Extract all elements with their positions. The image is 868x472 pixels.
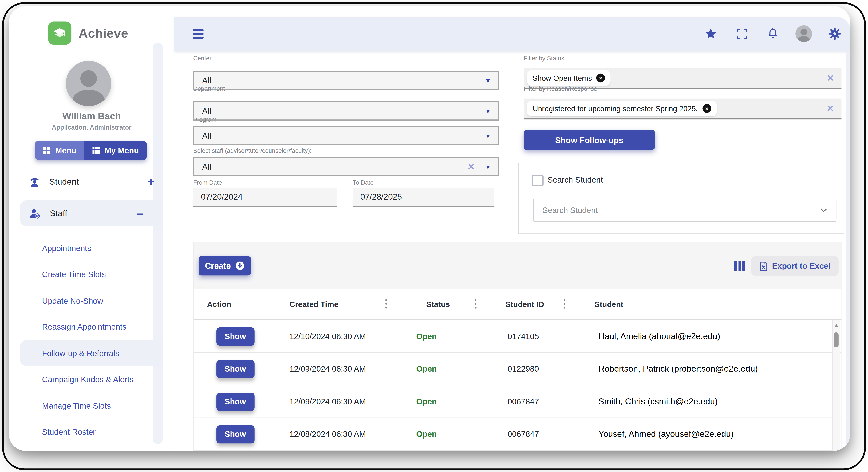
action-cell: Show [194, 418, 277, 450]
sidebar-item-update-no-show[interactable]: Update No-Show [20, 288, 163, 313]
program-select[interactable]: All ▼ [193, 126, 499, 145]
sidebar-item-label: Campaign Kudos & Alerts [42, 375, 134, 384]
show-button[interactable]: Show [216, 425, 254, 443]
table-body: Show12/10/2024 06:30 AMOpen0174105Haul, … [194, 320, 841, 451]
sidebar-item-student-roster[interactable]: Student Roster [20, 419, 163, 445]
column-header-status[interactable]: Status [407, 289, 496, 319]
column-menu-icon[interactable] [385, 303, 387, 305]
column-header-created-time[interactable]: Created Time [277, 289, 407, 319]
export-to-excel-button[interactable]: Export to Excel [751, 256, 838, 276]
table-row: Show12/09/2024 06:30 AMOpen0122980Robert… [194, 353, 841, 385]
sidebar-item-appointments[interactable]: Appointments [20, 235, 163, 261]
reason-chip[interactable]: Unregistered for upcoming semester Sprin… [527, 101, 717, 116]
status-cell: Open [407, 332, 496, 341]
status-chip[interactable]: Show Open Items × [527, 70, 611, 86]
show-button[interactable]: Show [216, 360, 254, 378]
sidebar-group-student[interactable]: Student + [9, 170, 175, 194]
to-date-input[interactable]: 07/28/2025 [352, 188, 494, 207]
center-select[interactable]: All ▼ [193, 71, 499, 90]
clear-x-icon[interactable]: × [468, 160, 474, 173]
sidebar-item-manage-time-slots[interactable]: Manage Time Slots [20, 393, 163, 419]
filter-by-reason-field[interactable]: Unregistered for upcoming semester Sprin… [524, 99, 841, 120]
sidebar-item-follow-up-referrals[interactable]: Follow-up & Referrals [20, 340, 163, 366]
chip-remove-icon[interactable]: × [702, 104, 711, 113]
create-button-label: Create [205, 261, 231, 270]
student-cell: Smith, Chris (csmith@e2e.edu) [585, 397, 841, 406]
sidebar-group-label: Student [49, 177, 79, 187]
column-menu-icon[interactable] [475, 303, 477, 305]
student-id-cell: 0067847 [497, 397, 585, 406]
sidebar-group-staff[interactable]: Staff – [20, 200, 163, 226]
action-cell: Show [194, 353, 277, 385]
status-chip-label: Show Open Items [533, 74, 592, 82]
show-followups-button[interactable]: Show Follow-ups [524, 130, 655, 150]
fullscreen-icon[interactable] [726, 28, 757, 39]
department-label: Department [193, 85, 225, 92]
achieve-logo-icon [48, 22, 71, 45]
scroll-up-arrow-icon[interactable] [834, 324, 839, 327]
student-cell: Haul, Amelia (ahoual@e2e.edu) [585, 331, 841, 341]
followups-table: Create Export to Excel ActionCreated Tim… [193, 242, 842, 451]
search-student-panel: Search Student Search Student [518, 163, 844, 234]
column-chooser-icon[interactable] [734, 261, 745, 271]
export-button-label: Export to Excel [772, 262, 831, 271]
scrollbar-thumb[interactable] [834, 332, 839, 347]
column-header-label: Student ID [505, 300, 544, 308]
sidebar-item-label: Create Time Slots [42, 270, 106, 279]
menu-button[interactable]: Menu [35, 141, 84, 160]
table-scrollbar[interactable] [832, 320, 840, 451]
hamburger-menu-icon[interactable] [193, 29, 204, 39]
content-scroll-gutter[interactable] [846, 52, 850, 451]
sidebar-group-label: Staff [50, 208, 67, 218]
notifications-bell-icon[interactable] [757, 28, 788, 40]
app-window: Achieve William Bach Application, Admini… [9, 6, 850, 451]
status-cell: Open [407, 430, 496, 439]
staff-select[interactable]: All × ▼ [193, 157, 499, 176]
expand-plus-icon[interactable]: + [147, 175, 154, 189]
department-select[interactable]: All ▼ [193, 101, 499, 121]
show-button[interactable]: Show [216, 327, 254, 345]
collapse-minus-icon[interactable]: – [137, 206, 144, 221]
create-button[interactable]: Create [199, 256, 251, 275]
student-icon [29, 176, 40, 188]
column-menu-icon[interactable] [563, 303, 565, 305]
my-menu-button[interactable]: My Menu [84, 141, 147, 160]
favorite-star-icon[interactable] [695, 27, 726, 40]
table-header-row: ActionCreated TimeStatusStudent IDStuden… [194, 289, 841, 320]
sidebar-item-label: Appointments [42, 244, 91, 252]
column-header-student[interactable]: Student [585, 289, 841, 319]
search-student-checkbox-label: Search Student [548, 175, 603, 184]
created-time-cell: 12/09/2024 06:30 AM [277, 397, 407, 406]
from-date-label: From Date [193, 179, 222, 186]
dropdown-caret-icon: ▼ [485, 108, 491, 114]
filter-by-status-label: Filter by Status [524, 55, 564, 61]
menu-button-label: Menu [55, 146, 76, 155]
created-time-cell: 12/09/2024 06:30 AM [277, 364, 407, 373]
from-date-input[interactable]: 07/20/2024 [193, 188, 337, 207]
sidebar-item-reassign-appointments[interactable]: Reassign Appointments [20, 314, 163, 340]
column-header-action[interactable]: Action [194, 289, 277, 319]
search-student-checkbox[interactable] [532, 175, 544, 187]
show-button[interactable]: Show [216, 392, 254, 411]
settings-gear-icon[interactable] [819, 27, 850, 40]
clear-filter-x-icon[interactable]: × [827, 71, 834, 85]
from-date-value: 07/20/2024 [201, 192, 243, 201]
column-header-label: Student [594, 300, 623, 308]
created-time-cell: 12/08/2024 06:30 AM [277, 430, 407, 439]
filter-by-reason-label: Filter by Reason/Response [524, 85, 597, 92]
sidebar-item-create-time-slots[interactable]: Create Time Slots [20, 261, 163, 288]
sidebar: Achieve William Bach Application, Admini… [9, 6, 175, 451]
column-header-label: Created Time [289, 300, 338, 308]
search-student-select[interactable]: Search Student [533, 199, 837, 222]
student-id-cell: 0122980 [497, 364, 585, 373]
dropdown-caret-icon: ▼ [485, 133, 491, 139]
sidebar-item-label: Reassign Appointments [42, 322, 126, 331]
chip-remove-icon[interactable]: × [596, 74, 605, 82]
clear-filter-x-icon[interactable]: × [827, 102, 834, 115]
column-header-student-id[interactable]: Student ID [497, 289, 585, 319]
user-avatar[interactable] [788, 26, 819, 42]
center-select-value: All [202, 76, 211, 85]
menu-switcher: Menu My Menu [35, 141, 147, 160]
student-cell: Yousef, Ahmed (ayousef@e2e.edu) [585, 429, 841, 439]
sidebar-item-campaign-kudos-alerts[interactable]: Campaign Kudos & Alerts [20, 366, 163, 393]
